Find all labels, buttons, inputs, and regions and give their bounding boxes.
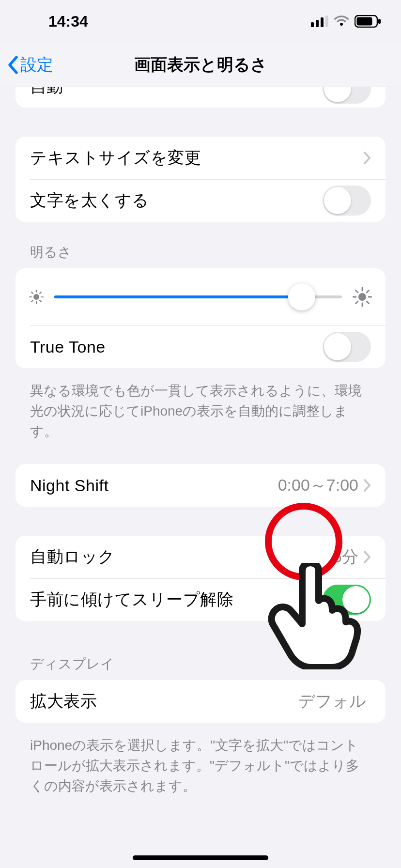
- back-label: 設定: [20, 54, 53, 76]
- chevron-right-icon: [363, 151, 371, 165]
- bold-text-row[interactable]: 文字を太くする: [15, 179, 386, 222]
- true-tone-row[interactable]: True Tone: [15, 326, 386, 368]
- text-size-row[interactable]: テキストサイズを変更: [15, 137, 386, 179]
- text-size-label: テキストサイズを変更: [30, 147, 201, 169]
- auto-label: 自動: [30, 87, 63, 98]
- night-shift-value: 0:00～7:00: [278, 474, 358, 496]
- svg-line-24: [356, 301, 358, 304]
- svg-line-12: [31, 292, 33, 294]
- true-tone-label: True Tone: [30, 338, 106, 356]
- wifi-icon: [333, 16, 350, 27]
- svg-point-16: [358, 293, 366, 301]
- status-bar: 14:34: [0, 0, 401, 43]
- brightness-slider[interactable]: [54, 295, 342, 298]
- auto-switch[interactable]: [323, 87, 371, 104]
- svg-rect-3: [325, 16, 328, 27]
- svg-rect-6: [378, 19, 381, 24]
- auto-lock-label: 自動ロック: [30, 546, 115, 568]
- night-shift-label: Night Shift: [30, 476, 108, 495]
- auto-lock-row[interactable]: 自動ロック 5分: [15, 536, 386, 578]
- night-shift-row[interactable]: Night Shift 0:00～7:00: [15, 464, 386, 507]
- display-zoom-label: 拡大表示: [30, 690, 97, 713]
- cellular-icon: [311, 16, 328, 27]
- raise-to-wake-label: 手前に傾けてスリープ解除: [30, 589, 233, 611]
- brightness-slider-row[interactable]: [15, 268, 386, 326]
- svg-rect-2: [321, 17, 324, 27]
- svg-line-22: [367, 301, 369, 304]
- status-icons: [311, 15, 382, 28]
- svg-line-15: [31, 300, 33, 302]
- status-time: 14:34: [48, 13, 88, 31]
- auto-lock-value: 5分: [333, 546, 358, 568]
- night-shift-group: Night Shift 0:00～7:00: [15, 464, 386, 507]
- bold-text-label: 文字を太くする: [30, 189, 149, 212]
- lock-group: 自動ロック 5分 手前に傾けてスリープ解除: [15, 536, 386, 621]
- svg-rect-1: [316, 20, 319, 27]
- raise-to-wake-row[interactable]: 手前に傾けてスリープ解除: [15, 578, 386, 621]
- nav-bar: 設定 画面表示と明るさ: [0, 43, 401, 87]
- auto-appearance-row[interactable]: 自動: [15, 87, 386, 108]
- brightness-group: True Tone: [15, 268, 386, 368]
- chevron-right-icon: [363, 479, 371, 492]
- display-zoom-value: デフォル: [298, 690, 366, 713]
- sun-max-icon: [353, 287, 372, 307]
- true-tone-footer: 異なる環境でも色が一貫して表示されるように、環境光の状況に応じてiPhoneの表…: [15, 375, 386, 442]
- bold-text-switch[interactable]: [323, 186, 371, 216]
- svg-line-21: [356, 291, 358, 293]
- true-tone-switch[interactable]: [323, 332, 371, 362]
- display-zoom-footer: iPhoneの表示を選択します。"文字を拡大"ではコントロールが拡大表示されます…: [15, 729, 386, 796]
- battery-icon: [355, 15, 382, 28]
- home-indicator: [133, 855, 268, 860]
- raise-to-wake-switch[interactable]: [323, 585, 371, 615]
- svg-rect-0: [311, 22, 314, 27]
- display-zoom-row[interactable]: 拡大表示 デフォル: [15, 680, 386, 723]
- svg-line-14: [40, 292, 41, 294]
- chevron-left-icon: [7, 56, 18, 74]
- appearance-group-peek: 自動: [15, 87, 386, 108]
- chevron-right-icon: [363, 550, 371, 564]
- svg-point-7: [33, 294, 39, 300]
- svg-line-13: [40, 300, 41, 302]
- page-title: 画面表示と明るさ: [134, 54, 267, 76]
- brightness-header: 明るさ: [15, 243, 386, 268]
- svg-rect-5: [357, 17, 372, 26]
- svg-line-23: [367, 291, 369, 293]
- back-button[interactable]: 設定: [7, 54, 53, 76]
- display-header: ディスプレイ: [15, 655, 386, 680]
- display-zoom-group: 拡大表示 デフォル: [15, 680, 386, 723]
- sun-min-icon: [29, 290, 44, 304]
- text-group: テキストサイズを変更 文字を太くする: [15, 137, 386, 222]
